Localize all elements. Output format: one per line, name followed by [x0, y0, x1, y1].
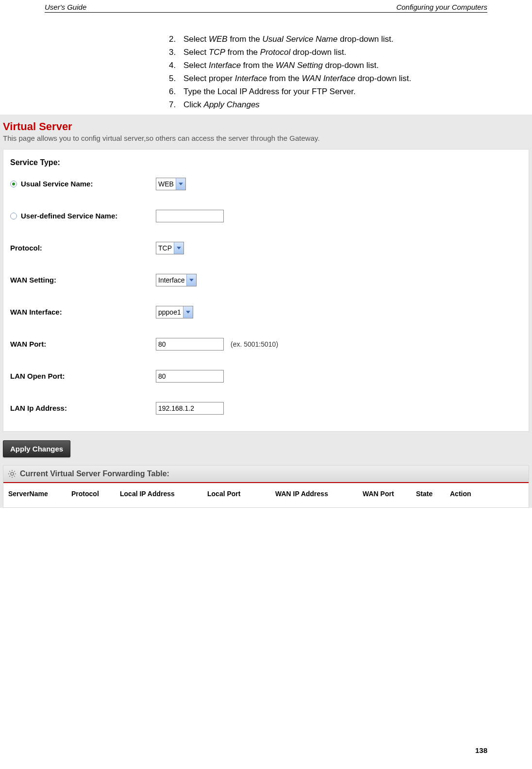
- instruction-text: Select WEB from the Usual Service Name d…: [183, 34, 460, 45]
- wan-setting-value: Interface: [158, 276, 184, 284]
- usual-service-label: Usual Service Name:: [21, 180, 93, 188]
- chevron-down-icon: [176, 178, 185, 190]
- instruction-text: Click Apply Changes: [183, 100, 460, 111]
- instruction-number: 6.: [169, 86, 183, 98]
- apply-changes-button[interactable]: Apply Changes: [3, 440, 70, 457]
- instruction-text: Select proper Interface from the WAN Int…: [183, 73, 460, 84]
- instruction-number: 7.: [169, 100, 183, 111]
- doc-header: User's Guide Configuring your Computers: [45, 0, 487, 13]
- col-action: Action: [450, 490, 484, 498]
- usual-service-select[interactable]: WEB: [156, 178, 186, 190]
- row-userdef-service: User-defined Service Name:: [10, 210, 522, 222]
- row-lan-open-port: LAN Open Port:: [10, 370, 522, 383]
- svg-point-0: [11, 472, 14, 475]
- doc-header-left: User's Guide: [45, 3, 86, 11]
- col-wan-port: WAN Port: [363, 490, 416, 498]
- lan-open-port-label: LAN Open Port:: [10, 372, 65, 380]
- col-local-port: Local Port: [207, 490, 275, 498]
- row-wan-setting: WAN Setting: Interface: [10, 274, 522, 286]
- panel-subtitle: This page allows you to config virtual s…: [0, 133, 532, 149]
- col-state: State: [416, 490, 450, 498]
- instruction-list: 2.Select WEB from the Usual Service Name…: [169, 34, 460, 111]
- instruction-item: 3.Select TCP from the Protocol drop-down…: [169, 47, 460, 58]
- wan-setting-select[interactable]: Interface: [156, 274, 197, 286]
- row-lan-ip: LAN Ip Address:: [10, 402, 522, 415]
- wan-port-label: WAN Port:: [10, 340, 46, 348]
- chevron-down-icon: [183, 306, 193, 318]
- lan-open-port-input[interactable]: [156, 370, 224, 383]
- instruction-item: 4.Select Interface from the WAN Setting …: [169, 60, 460, 71]
- instruction-item: 5.Select proper Interface from the WAN I…: [169, 73, 460, 84]
- wan-port-hint: (ex. 5001:5010): [231, 340, 278, 348]
- gear-icon: [8, 470, 16, 478]
- instruction-item: 7.Click Apply Changes: [169, 100, 460, 111]
- lan-ip-input[interactable]: [156, 402, 224, 415]
- row-usual-service: Usual Service Name: WEB: [10, 178, 522, 190]
- protocol-label: Protocol:: [10, 244, 42, 252]
- lan-ip-label: LAN Ip Address:: [10, 404, 67, 412]
- instruction-item: 6.Type the Local IP Address for your FTP…: [169, 86, 460, 98]
- wan-port-input[interactable]: [156, 338, 224, 351]
- service-form: Service Type: Usual Service Name: WEB Us…: [3, 149, 529, 432]
- doc-header-right: Configuring your Computers: [396, 3, 487, 11]
- wan-interface-label: WAN Interface:: [10, 308, 62, 316]
- wan-interface-select[interactable]: pppoe1: [156, 306, 193, 318]
- protocol-select[interactable]: TCP: [156, 242, 184, 254]
- chevron-down-icon: [174, 242, 183, 254]
- wan-interface-value: pppoe1: [158, 308, 181, 316]
- page-number: 138: [475, 746, 487, 754]
- service-type-label: Service Type:: [10, 158, 522, 167]
- userdef-service-radio[interactable]: [10, 213, 17, 219]
- userdef-service-label: User-defined Service Name:: [21, 212, 117, 220]
- usual-service-radio[interactable]: [10, 181, 17, 187]
- wan-setting-label: WAN Setting:: [10, 276, 56, 284]
- instruction-number: 5.: [169, 73, 183, 84]
- instruction-text: Select Interface from the WAN Setting dr…: [183, 60, 460, 71]
- col-wan-ip: WAN IP Address: [275, 490, 363, 498]
- forwarding-table: Current Virtual Server Forwarding Table:…: [3, 465, 529, 508]
- userdef-service-input[interactable]: [156, 210, 224, 222]
- usual-service-value: WEB: [158, 180, 174, 188]
- row-wan-interface: WAN Interface: pppoe1: [10, 306, 522, 318]
- table-header-row: ServerName Protocol Local IP Address Loc…: [3, 483, 529, 507]
- panel-title: Virtual Server: [0, 118, 532, 133]
- col-local-ip: Local IP Address: [120, 490, 207, 498]
- row-wan-port: WAN Port: (ex. 5001:5010): [10, 338, 522, 351]
- virtual-server-panel: Virtual Server This page allows you to c…: [0, 115, 532, 508]
- protocol-value: TCP: [158, 244, 172, 252]
- col-protocol: Protocol: [71, 490, 120, 498]
- forwarding-table-title: Current Virtual Server Forwarding Table:: [20, 469, 169, 478]
- instruction-number: 3.: [169, 47, 183, 58]
- instruction-text: Select TCP from the Protocol drop-down l…: [183, 47, 460, 58]
- row-protocol: Protocol: TCP: [10, 242, 522, 254]
- instruction-item: 2.Select WEB from the Usual Service Name…: [169, 34, 460, 45]
- instruction-text: Type the Local IP Address for your FTP S…: [183, 86, 460, 98]
- instruction-number: 2.: [169, 34, 183, 45]
- chevron-down-icon: [186, 274, 196, 286]
- col-servername: ServerName: [8, 490, 71, 498]
- instruction-number: 4.: [169, 60, 183, 71]
